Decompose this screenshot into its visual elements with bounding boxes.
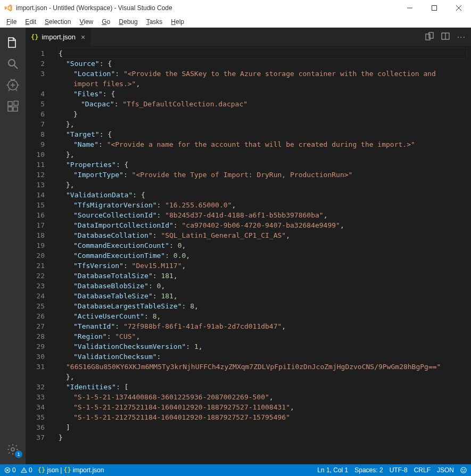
code-line[interactable]: "Properties": { bbox=[59, 160, 467, 170]
line-number: 1 bbox=[26, 48, 45, 59]
menu-file[interactable]: File bbox=[2, 17, 21, 27]
code-line[interactable]: "ValidationData": { bbox=[59, 190, 467, 200]
tab-label: import.json bbox=[42, 33, 76, 41]
code-line[interactable]: } bbox=[59, 432, 467, 442]
code-line[interactable]: "TfsVersion": "Dev15.M117", bbox=[59, 261, 467, 271]
debug-icon[interactable] bbox=[0, 74, 26, 96]
json-file-icon: {} bbox=[31, 34, 38, 41]
svg-point-12 bbox=[461, 467, 466, 473]
code-line[interactable]: "DataImportCollectionId": "ca970402-9b06… bbox=[59, 220, 467, 230]
line-number: 12 bbox=[26, 170, 45, 180]
indent-spaces[interactable]: Spaces: 2 bbox=[354, 466, 383, 474]
code-line[interactable]: } bbox=[59, 109, 467, 119]
activity-bar: 1 bbox=[0, 28, 26, 464]
code-line[interactable]: "Dacpac": "Tfs_DefaultCollection.dacpac" bbox=[59, 99, 467, 109]
code-line[interactable]: "S-1-5-21-1374400868-3601225936-20870022… bbox=[59, 392, 467, 402]
menu-view[interactable]: View bbox=[75, 17, 97, 27]
code-editor[interactable]: 123 456789101112131415161718192021222324… bbox=[26, 46, 471, 464]
language-scope[interactable]: {} json | {} import.json bbox=[38, 466, 104, 474]
code-line[interactable]: "Region": "CUS", bbox=[59, 331, 467, 341]
line-number: 5 bbox=[26, 99, 45, 109]
code-line[interactable]: }, bbox=[59, 119, 467, 129]
feedback-smiley-icon[interactable] bbox=[460, 467, 467, 473]
compare-changes-icon[interactable] bbox=[425, 32, 434, 43]
menu-selection[interactable]: Selection bbox=[40, 17, 75, 27]
code-line[interactable]: "Files": { bbox=[59, 89, 467, 99]
code-line[interactable]: "S-1-5-21-2127521184-1604012920-18879275… bbox=[59, 402, 467, 412]
code-line[interactable]: "66S16G8u850KY6XKJm6MM5Ty3krNjhUFFCh4zyZ… bbox=[59, 362, 467, 372]
search-icon[interactable] bbox=[0, 53, 26, 74]
svg-rect-4 bbox=[8, 107, 12, 111]
lang-scope-text: json bbox=[47, 466, 59, 474]
code-line[interactable]: "DatabaseCollation": "SQL_Latin1_General… bbox=[59, 230, 467, 240]
code-line[interactable]: import files.>", bbox=[59, 79, 467, 89]
code-line[interactable]: "DatabaseTableSize": 181, bbox=[59, 291, 467, 301]
json-icon: {} bbox=[38, 466, 45, 474]
code-line[interactable]: "Name": "<Provide a name for the account… bbox=[59, 139, 467, 149]
errors-count: 0 bbox=[12, 466, 16, 474]
code-content[interactable]: {"Source": {"Location": "<Provide the SA… bbox=[52, 46, 471, 464]
code-line[interactable]: "CommandExecutionCount": 0, bbox=[59, 240, 467, 250]
manage-gear-icon[interactable]: 1 bbox=[0, 439, 26, 460]
explorer-icon[interactable] bbox=[0, 32, 26, 53]
menu-edit[interactable]: Edit bbox=[21, 17, 40, 27]
svg-rect-8 bbox=[426, 34, 430, 40]
vscode-logo-icon bbox=[4, 4, 13, 12]
line-number: 18 bbox=[26, 230, 45, 240]
code-line[interactable]: }, bbox=[59, 180, 467, 190]
line-number: 33 bbox=[26, 392, 45, 402]
status-bar: 0 0 {} json | {} import.json Ln 1, Col 1… bbox=[0, 464, 471, 476]
line-number: 22 bbox=[26, 271, 45, 281]
close-icon[interactable]: × bbox=[81, 33, 85, 41]
code-line[interactable]: "ActiveUserCount": 8, bbox=[59, 311, 467, 321]
code-line[interactable]: "TfsMigratorVersion": "16.255.65000.0", bbox=[59, 200, 467, 210]
code-line[interactable]: "ValidationChecksumVersion": 1, bbox=[59, 341, 467, 352]
close-button[interactable] bbox=[447, 0, 471, 16]
code-line[interactable]: "ValidationChecksum": bbox=[59, 352, 467, 362]
maximize-button[interactable] bbox=[422, 0, 447, 16]
menu-help[interactable]: Help bbox=[167, 17, 188, 27]
warnings-count: 0 bbox=[29, 466, 32, 474]
more-actions-icon[interactable]: ··· bbox=[457, 32, 466, 42]
encoding[interactable]: UTF-8 bbox=[390, 466, 408, 474]
json-icon: {} bbox=[63, 466, 71, 474]
code-line[interactable]: "TenantId": "72f988bf-86f1-41af-91ab-2d7… bbox=[59, 321, 467, 331]
line-number: 8 bbox=[26, 129, 45, 139]
code-line[interactable]: "Source": { bbox=[59, 59, 467, 69]
minimize-button[interactable] bbox=[398, 0, 422, 16]
menu-debug[interactable]: Debug bbox=[114, 17, 142, 27]
menu-tasks[interactable]: Tasks bbox=[142, 17, 167, 27]
cursor-position[interactable]: Ln 1, Col 1 bbox=[317, 466, 348, 474]
code-line[interactable]: "SourceCollectionId": "8b245d37-d41d-418… bbox=[59, 210, 467, 220]
line-number: 21 bbox=[26, 261, 45, 271]
code-line[interactable]: "Target": { bbox=[59, 129, 467, 139]
code-line[interactable]: }, bbox=[59, 149, 467, 160]
svg-rect-6 bbox=[14, 101, 18, 105]
line-number: 24 bbox=[26, 291, 45, 301]
svg-rect-5 bbox=[13, 107, 18, 111]
code-line[interactable]: "S-1-5-21-2127521184-1604012920-18879275… bbox=[59, 412, 467, 422]
language-mode[interactable]: JSON bbox=[437, 466, 454, 474]
code-line[interactable]: "Identities": [ bbox=[59, 382, 467, 392]
code-line[interactable]: "ImportType": "<Provide the Type of Impo… bbox=[59, 170, 467, 180]
code-line[interactable]: }, bbox=[59, 372, 467, 382]
line-number: 25 bbox=[26, 301, 45, 311]
code-line[interactable]: "Location": "<Provide the SASKey to the … bbox=[59, 69, 467, 79]
code-line[interactable]: "DatabaseLargestTableSize": 8, bbox=[59, 301, 467, 311]
code-line[interactable]: "DatabaseBlobSize": 0, bbox=[59, 281, 467, 291]
tab-import-json[interactable]: {} import.json × bbox=[26, 28, 90, 46]
split-editor-icon[interactable] bbox=[441, 32, 450, 43]
code-line[interactable]: ] bbox=[59, 422, 467, 432]
menu-go[interactable]: Go bbox=[97, 17, 114, 27]
code-line[interactable]: "CommandExecutionTime": 0.0, bbox=[59, 250, 467, 261]
line-number: 16 bbox=[26, 210, 45, 220]
svg-rect-0 bbox=[432, 6, 437, 11]
code-line[interactable]: "DatabaseTotalSize": 181, bbox=[59, 271, 467, 281]
line-number: 37 bbox=[26, 432, 45, 442]
svg-rect-3 bbox=[8, 102, 12, 106]
line-number: 17 bbox=[26, 220, 45, 230]
code-line[interactable]: { bbox=[59, 48, 467, 59]
extensions-icon[interactable] bbox=[0, 96, 26, 117]
problems-button[interactable]: 0 0 bbox=[4, 466, 32, 474]
eol[interactable]: CRLF bbox=[414, 466, 431, 474]
